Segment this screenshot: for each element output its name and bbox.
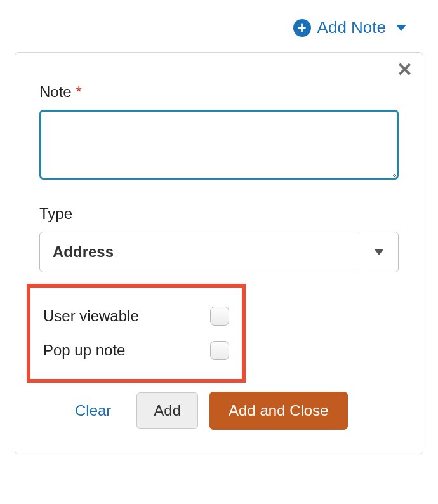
popup-note-checkbox[interactable] xyxy=(210,341,229,360)
add-note-label: Add Note xyxy=(317,18,386,37)
type-select[interactable]: Address xyxy=(39,232,399,272)
add-and-close-button[interactable]: Add and Close xyxy=(209,392,347,430)
type-select-value: Address xyxy=(40,232,359,272)
caret-down-icon xyxy=(375,249,383,255)
type-select-arrow[interactable] xyxy=(359,232,398,272)
add-button[interactable]: Add xyxy=(136,392,198,429)
close-icon[interactable]: ✕ xyxy=(397,60,413,79)
user-viewable-row: User viewable xyxy=(43,299,229,333)
popup-note-row: Pop up note xyxy=(43,333,229,368)
highlighted-options-box: User viewable Pop up note xyxy=(27,284,246,383)
clear-button[interactable]: Clear xyxy=(61,393,125,428)
type-field-label: Type xyxy=(39,205,399,223)
user-viewable-checkbox[interactable] xyxy=(210,307,229,326)
add-note-dropdown-trigger[interactable]: + Add Note xyxy=(293,18,406,37)
caret-down-icon xyxy=(396,25,406,31)
popup-note-label: Pop up note xyxy=(43,342,125,359)
plus-circle-icon: + xyxy=(293,19,311,37)
note-field-label: Note * xyxy=(39,83,399,101)
note-textarea[interactable] xyxy=(39,110,399,180)
button-row: Clear Add Add and Close xyxy=(39,392,399,430)
user-viewable-label: User viewable xyxy=(43,307,139,325)
note-label-text: Note xyxy=(39,83,72,100)
add-note-panel: ✕ Note * Type Address User viewable Pop … xyxy=(15,52,423,454)
required-mark: * xyxy=(76,83,81,100)
